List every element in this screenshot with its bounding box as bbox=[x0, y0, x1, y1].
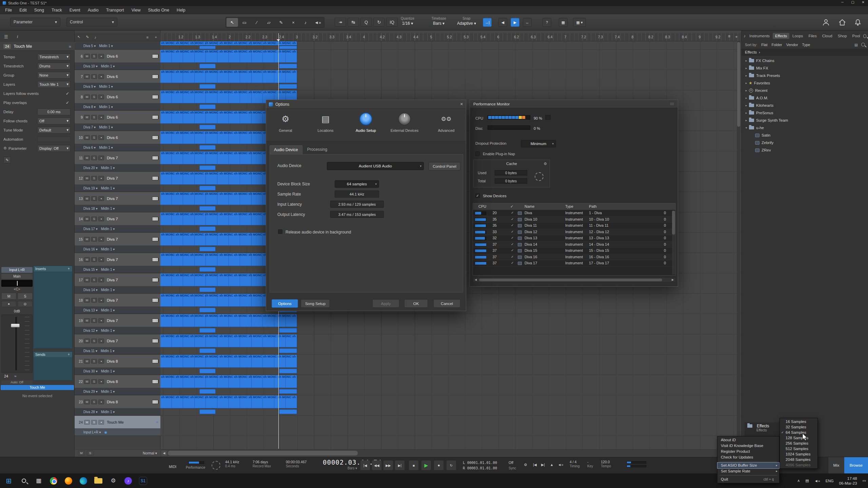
automation-clip[interactable] bbox=[199, 409, 216, 414]
mute-tool-icon[interactable]: × bbox=[288, 18, 299, 27]
menu-view[interactable]: View bbox=[128, 6, 144, 14]
control-panel-button[interactable]: Control Panel bbox=[429, 162, 460, 170]
precount-icon[interactable]: |◀ bbox=[533, 463, 537, 467]
release-device-checkbox[interactable] bbox=[278, 229, 282, 234]
track-header-13[interactable]: 13MS●Diva 7 bbox=[75, 192, 160, 205]
input-selector[interactable]: MidIn 1 ▾ bbox=[101, 268, 115, 271]
track-arm-button[interactable]: ● bbox=[98, 379, 104, 384]
id-menu-register-product[interactable]: Register Product bbox=[717, 449, 779, 454]
stop-button[interactable]: ■ bbox=[409, 460, 419, 470]
midi-clip[interactable]: xh MONC xh MONC xh MONC xh MONC xh MONC … bbox=[160, 70, 297, 83]
automation-clip[interactable] bbox=[199, 308, 216, 312]
instrument-selector[interactable]: Diva 8 ▾ bbox=[83, 105, 96, 109]
input-selector[interactable]: MidIn 1 ▾ bbox=[101, 64, 115, 68]
start-icon[interactable]: ⊞ bbox=[1, 473, 16, 488]
device-row-diva-14[interactable]: 37✓Diva 14Instrument14 - Diva 140 bbox=[473, 242, 675, 248]
media-player-icon[interactable]: ♪ bbox=[121, 473, 136, 488]
track-arm-button[interactable]: ● bbox=[98, 115, 104, 120]
vertical-scrollbar[interactable] bbox=[737, 41, 741, 448]
track-mute-button[interactable]: M bbox=[84, 298, 90, 303]
track-solo-button[interactable]: S bbox=[91, 156, 97, 160]
browser-tab-shop[interactable]: Shop bbox=[835, 33, 849, 39]
track-list-menu-icon[interactable]: ≡ bbox=[146, 35, 149, 39]
notification-center-icon[interactable]: ▭ bbox=[863, 479, 866, 483]
device-row-diva-15[interactable]: 37✓Diva 15Instrument15 - Diva 150 bbox=[473, 248, 675, 254]
metronome-icon[interactable]: ▲ bbox=[550, 463, 553, 467]
track-solo-button[interactable]: S bbox=[91, 217, 97, 221]
expander-icon[interactable]: ▸ bbox=[744, 96, 748, 100]
track-header-7[interactable]: 7MS●Diva 6 bbox=[75, 70, 160, 83]
scrollbar-handle[interactable] bbox=[168, 451, 358, 455]
timebase-selector[interactable]: Timebase Bars ▾ bbox=[425, 16, 453, 28]
tree-item-satin[interactable]: Satin bbox=[742, 131, 868, 139]
device-row-diva[interactable]: 20✓DivaInstrument1 - Diva0 bbox=[473, 210, 675, 217]
buffer-option-128-samples[interactable]: 128 Samples bbox=[780, 435, 817, 441]
track-header-16[interactable]: 16MS●Diva 7 bbox=[75, 253, 160, 266]
input-selector[interactable]: MidIn 1 ▾ bbox=[101, 207, 115, 210]
automation-clip[interactable] bbox=[279, 348, 297, 353]
track-arm-button[interactable]: ● bbox=[98, 196, 104, 201]
options-tab-locations[interactable]: ▤Locations bbox=[308, 111, 343, 139]
track-solo-button[interactable]: S bbox=[91, 379, 97, 384]
add-send-button[interactable]: ＋ bbox=[67, 352, 71, 357]
buffer-option-256-samples[interactable]: 256 Samples bbox=[780, 441, 817, 446]
automation-clip[interactable] bbox=[199, 145, 216, 150]
track-arm-button[interactable]: ● bbox=[98, 217, 104, 221]
wrench-icon[interactable]: ⚙ bbox=[544, 162, 547, 166]
sort-option-flat[interactable]: Flat bbox=[761, 43, 767, 47]
instrument-selector[interactable]: Diva 29 ▾ bbox=[83, 390, 98, 393]
track-mute-button[interactable]: M bbox=[84, 176, 90, 181]
zoom-add-icon[interactable]: ＋ bbox=[734, 34, 738, 40]
track-arm-button[interactable]: ● bbox=[98, 257, 104, 262]
track-header-19[interactable]: 19MS●Diva 7 bbox=[75, 314, 160, 327]
fader-handle[interactable] bbox=[11, 324, 20, 327]
inspector-track-header[interactable]: 24 Touch Me ≈ bbox=[0, 42, 75, 51]
channel-mute-button[interactable]: M bbox=[1, 293, 16, 300]
track-mute-button[interactable]: M bbox=[84, 196, 90, 201]
firefox-icon[interactable] bbox=[61, 473, 76, 488]
global-solo-button[interactable]: S bbox=[87, 451, 94, 455]
menu-edit[interactable]: Edit bbox=[16, 6, 31, 14]
options-page-button[interactable]: Options bbox=[272, 299, 298, 308]
param-value[interactable] bbox=[37, 137, 71, 142]
browse-dock-button[interactable]: Browse bbox=[844, 457, 868, 474]
automation-clip[interactable] bbox=[199, 46, 216, 49]
input-selector[interactable]: MidIn 1 ▾ bbox=[101, 410, 115, 414]
tree-item-u-he[interactable]: ▾u-he bbox=[742, 124, 868, 131]
automation-clip[interactable] bbox=[279, 46, 297, 49]
track-header-22[interactable]: 22MS●Diva 8 bbox=[75, 375, 160, 388]
tree-item-zrev[interactable]: ZRev bbox=[742, 146, 868, 154]
param-value[interactable]: Default▾ bbox=[37, 127, 71, 134]
instrument-selector[interactable]: Diva 10 ▾ bbox=[83, 64, 98, 68]
menu-studio-one[interactable]: Studio One bbox=[144, 6, 173, 14]
expander-icon[interactable]: ▾ bbox=[744, 126, 748, 129]
channel-monitor-button[interactable]: ◎ bbox=[18, 301, 33, 307]
input-selector[interactable]: MidIn 1 ▾ bbox=[99, 146, 113, 149]
track-header-24[interactable]: 24MS●Touch Me≈ bbox=[75, 416, 160, 429]
listen-tool-icon[interactable]: ♪ bbox=[300, 18, 311, 27]
track-mute-button[interactable]: M bbox=[84, 115, 90, 120]
dropout-protection-select[interactable]: Minimum▾ bbox=[521, 140, 556, 147]
expander-icon[interactable]: ▸ bbox=[744, 89, 748, 92]
track-arm-button[interactable]: ● bbox=[98, 400, 104, 404]
track-mute-button[interactable]: M bbox=[84, 379, 90, 384]
track-arm-button[interactable]: ● bbox=[98, 318, 104, 323]
automation-clip[interactable] bbox=[199, 186, 216, 190]
options-tab-external-devices[interactable]: External Devices bbox=[387, 111, 422, 139]
track-solo-button[interactable]: S bbox=[91, 420, 97, 425]
gear-icon[interactable]: ⚙ bbox=[524, 463, 527, 467]
track-arm-button[interactable]: ● bbox=[98, 237, 104, 242]
instrument-selector[interactable]: Diva 9 ▾ bbox=[83, 85, 96, 88]
tree-item-zebrify[interactable]: Zebrify bbox=[742, 139, 868, 146]
track-mute-button[interactable]: M bbox=[84, 95, 90, 99]
automation-clip[interactable] bbox=[199, 226, 216, 231]
input-selector[interactable]: MidIn 1 ▾ bbox=[101, 227, 115, 231]
performance-monitor-titlebar[interactable]: Performance Monitor bbox=[470, 100, 678, 108]
device-row-diva-12[interactable]: 33✓Diva 12Instrument12 - Diva 120 bbox=[473, 229, 675, 236]
tree-item-kilohearts[interactable]: ▸Kilohearts bbox=[742, 102, 868, 109]
instrument-selector[interactable]: Diva 19 ▾ bbox=[83, 186, 98, 190]
browser-tab-cloud[interactable]: Cloud bbox=[820, 33, 835, 39]
tree-item-fx-chains[interactable]: ▸FX Chains bbox=[742, 57, 868, 64]
browser-tab-files[interactable]: Files bbox=[806, 33, 819, 39]
arrow-tool-icon[interactable]: ↖ bbox=[226, 18, 238, 27]
